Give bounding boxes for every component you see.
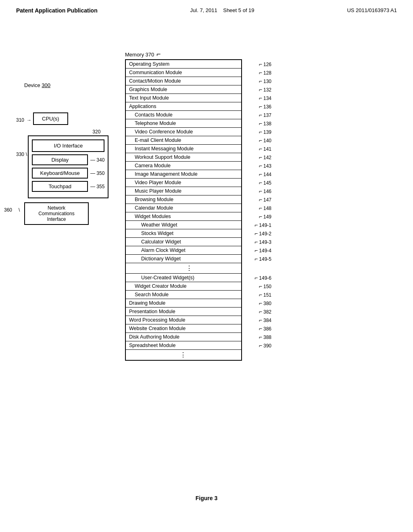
keyboard-box: Keyboard/Mouse bbox=[32, 168, 88, 179]
ref-number: ⌐142 bbox=[259, 154, 271, 160]
memory-row: ⋮ bbox=[126, 350, 241, 360]
memory-row: Video Player Module⌐145 bbox=[126, 179, 241, 187]
network-box: Network Communications Interface bbox=[24, 202, 89, 225]
display-num: — 340 bbox=[90, 157, 104, 163]
memory-row: Communication Module⌐128 bbox=[126, 69, 241, 77]
cpu-num-label: 310 bbox=[16, 117, 24, 123]
memory-row: User-Created Widget(s)⌐149-6 bbox=[126, 274, 241, 282]
memory-row: Website Creation Module⌐386 bbox=[126, 324, 241, 333]
header-date: Jul. 7, 2011 Sheet 5 of 19 bbox=[190, 7, 254, 14]
display-box: Display bbox=[32, 154, 88, 165]
memory-row: Text Input Module⌐134 bbox=[126, 94, 241, 102]
device-box: I/O Interface Display — 340 Keyboard/Mou… bbox=[28, 135, 108, 198]
memory-row: Drawing Module⌐380 bbox=[126, 299, 241, 308]
ref-number: ⌐138 bbox=[259, 120, 271, 127]
memory-row: Stocks Widget⌐149-2 bbox=[126, 229, 241, 238]
device-label: Device 300 bbox=[24, 82, 50, 88]
ref-number: ⌐128 bbox=[259, 69, 271, 76]
memory-row: Calculator Widget⌐149-3 bbox=[126, 238, 241, 246]
ref-number: ⌐140 bbox=[259, 137, 271, 143]
memory-row: Presentation Module⌐382 bbox=[126, 308, 241, 316]
touchpad-box: Touchpad bbox=[32, 181, 88, 192]
memory-row: Instant Messaging Module⌐141 bbox=[126, 145, 241, 153]
memory-row: Telephone Module⌐138 bbox=[126, 119, 241, 128]
ref-number: ⌐146 bbox=[259, 188, 271, 194]
ref-number: ⌐130 bbox=[259, 78, 271, 84]
memory-row: Widget Modules⌐149 bbox=[126, 212, 241, 221]
main-content: Device 300 310 → CPU(s) 320 330 \ I/O In… bbox=[0, 18, 413, 509]
memory-row: Graphics Module⌐132 bbox=[126, 85, 241, 94]
ref-number: ⌐149 bbox=[259, 213, 271, 220]
ref-number: ⌐145 bbox=[259, 179, 271, 186]
memory-row: Disk Authoring Module⌐388 bbox=[126, 333, 241, 341]
memory-row: Music Player Module⌐146 bbox=[126, 187, 241, 195]
memory-row: Camera Module⌐143 bbox=[126, 162, 241, 170]
ref-number: ⌐143 bbox=[259, 162, 271, 169]
bus-num: 320 bbox=[40, 129, 108, 135]
ref-number: ⌐144 bbox=[259, 171, 271, 177]
ref-number: ⌐139 bbox=[259, 129, 271, 135]
ref-number: ⌐382 bbox=[259, 308, 271, 315]
memory-row: Word Processing Module⌐384 bbox=[126, 316, 241, 324]
memory-row: Calendar Module⌐148 bbox=[126, 204, 241, 212]
ref-number: ⌐149-3 bbox=[254, 239, 271, 245]
memory-row: Spreadsheet Module⌐390 bbox=[126, 341, 241, 350]
memory-row: Operating System⌐126 bbox=[126, 60, 241, 69]
keyboard-num: — 350 bbox=[90, 170, 104, 176]
memory-row: Widget Creator Module⌐150 bbox=[126, 282, 241, 291]
memory-diagram: Memory 370 ⌐ Operating System⌐126Communi… bbox=[125, 50, 319, 361]
figure-label: Figure 3 bbox=[0, 495, 413, 501]
ref-number: ⌐148 bbox=[259, 205, 271, 211]
memory-label: Memory 370 ⌐ bbox=[125, 50, 319, 58]
display-row: Display — 340 bbox=[32, 154, 104, 165]
memory-row: Alarm Clock Widget⌐149-4 bbox=[126, 246, 241, 255]
ref-number: ⌐149-6 bbox=[254, 274, 271, 281]
ref-number: ⌐149-1 bbox=[254, 222, 271, 228]
cpu-box: CPU(s) bbox=[33, 112, 68, 125]
ref-number: ⌐136 bbox=[259, 103, 271, 110]
memory-row: Search Module⌐151 bbox=[126, 291, 241, 299]
ref-number: ⌐390 bbox=[259, 342, 271, 349]
ref-number: ⌐126 bbox=[259, 61, 271, 67]
header-left: Patent Application Publication bbox=[16, 7, 98, 14]
ref-number: ⌐149-2 bbox=[254, 230, 271, 237]
ref-number: ⌐149-5 bbox=[254, 256, 271, 262]
keyboard-row: Keyboard/Mouse — 350 bbox=[32, 168, 104, 179]
ref-number: ⌐141 bbox=[259, 145, 271, 152]
ref-number: ⌐132 bbox=[259, 86, 271, 93]
ref-number: ⌐388 bbox=[259, 334, 271, 340]
io-interface-box: I/O Interface bbox=[32, 139, 104, 152]
touchpad-row: Touchpad — 355 bbox=[32, 181, 104, 192]
ref-number: ⌐134 bbox=[259, 95, 271, 101]
memory-row: Dictionary Widget⌐149-5 bbox=[126, 255, 241, 263]
page-header: Patent Application Publication Jul. 7, 2… bbox=[0, 0, 413, 18]
memory-row: Workout Support Module⌐142 bbox=[126, 153, 241, 162]
memory-box: Operating System⌐126Communication Module… bbox=[125, 59, 242, 361]
memory-row: ⋮ bbox=[126, 263, 241, 274]
ref-number: ⌐386 bbox=[259, 325, 271, 332]
ref-number: ⌐380 bbox=[259, 300, 271, 306]
memory-row: E-mail Client Module⌐140 bbox=[126, 136, 241, 145]
device-diagram: Device 300 310 → CPU(s) 320 330 \ I/O In… bbox=[16, 82, 108, 225]
memory-row: Image Management Module⌐144 bbox=[126, 170, 241, 179]
ref-number: ⌐384 bbox=[259, 317, 271, 323]
network-num: 360 bbox=[4, 207, 12, 213]
memory-row: Applications⌐136 bbox=[126, 102, 241, 111]
touchpad-num: — 355 bbox=[90, 184, 104, 189]
memory-row: Contact/Motion Module⌐130 bbox=[126, 77, 241, 85]
io-num-label: 330 bbox=[16, 152, 24, 157]
memory-row: Browsing Module⌐147 bbox=[126, 195, 241, 204]
memory-row: Contacts Module⌐137 bbox=[126, 111, 241, 119]
ref-number: ⌐150 bbox=[259, 283, 271, 289]
memory-row: Video Conference Module⌐139 bbox=[126, 128, 241, 136]
ref-number: ⌐151 bbox=[259, 291, 271, 298]
ref-number: ⌐149-4 bbox=[254, 247, 271, 254]
ref-number: ⌐137 bbox=[259, 112, 271, 118]
memory-row: Weather Widget⌐149-1 bbox=[126, 221, 241, 229]
header-right: US 2011/0163973 A1 bbox=[347, 7, 397, 14]
ref-number: ⌐147 bbox=[259, 196, 271, 203]
